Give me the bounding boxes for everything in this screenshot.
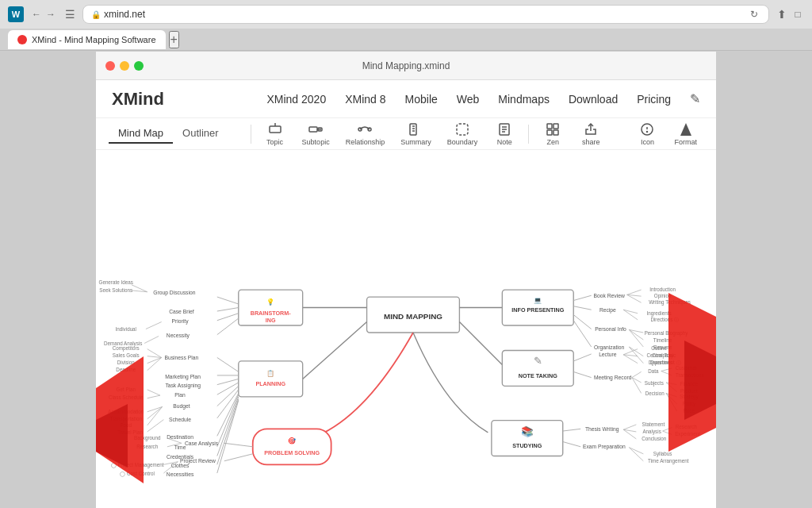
svg-rect-16 (547, 124, 552, 129)
back-button[interactable]: ← (30, 8, 43, 21)
close-button[interactable] (105, 61, 115, 71)
svg-text:Necessity: Necessity (167, 333, 190, 339)
app-logo: XMind (112, 89, 164, 110)
svg-text:Introduction: Introduction (649, 287, 676, 292)
toolbar-summary[interactable]: Summary (394, 121, 438, 148)
toolbar-icon[interactable]: Icon (630, 121, 665, 148)
toolbar-relationship[interactable]: Relationship (339, 121, 392, 148)
svg-text:Project Review: Project Review (180, 458, 216, 464)
svg-line-198 (629, 448, 643, 461)
svg-text:Ingredients: Ingredients (647, 310, 672, 317)
svg-text:Organization: Organization (594, 344, 624, 351)
svg-line-145 (459, 322, 502, 365)
svg-line-72 (147, 390, 160, 395)
svg-line-159 (632, 371, 642, 377)
svg-text:Subjects: Subjects (645, 380, 664, 387)
nav-xmind2020[interactable]: XMind 2020 (266, 93, 326, 106)
toolbar-topic[interactable]: Topic (258, 121, 293, 148)
tab-mindmap[interactable]: Mind Map (109, 124, 173, 144)
svg-text:Data: Data (648, 368, 659, 374)
svg-line-86 (147, 420, 164, 432)
svg-text:Personal Info: Personal Info (595, 326, 626, 332)
browser-tab[interactable]: XMind - Mind Mapping Software (8, 30, 166, 49)
tab-favicon (17, 35, 27, 44)
svg-text:Destination: Destination (167, 434, 193, 440)
svg-line-96 (217, 400, 239, 473)
svg-line-88 (217, 393, 239, 436)
svg-text:Recipe: Recipe (599, 307, 616, 314)
svg-line-46 (146, 322, 162, 329)
svg-line-101 (224, 443, 253, 446)
toolbar-share[interactable]: share (573, 121, 608, 148)
tab-outliner[interactable]: Outliner (173, 124, 228, 144)
svg-text:INFO PRESENTING: INFO PRESENTING (511, 306, 564, 314)
toolbar-separator-1 (251, 125, 251, 144)
toolbar-boundary[interactable]: Boundary (441, 121, 485, 148)
svg-line-74 (147, 395, 160, 398)
svg-rect-2 (309, 127, 317, 132)
svg-text:Exam Preparation: Exam Preparation (583, 444, 626, 451)
svg-text:ING: ING (266, 317, 276, 324)
nav-pricing[interactable]: Pricing (637, 93, 671, 106)
toolbar-format[interactable]: Format (668, 121, 703, 148)
user-icon[interactable]: ✎ (690, 91, 700, 106)
svg-text:Case Brief: Case Brief (169, 309, 194, 314)
minimize-button[interactable] (120, 61, 129, 71)
svg-text:💻: 💻 (534, 296, 542, 305)
svg-line-44 (217, 314, 239, 321)
svg-text:📋: 📋 (266, 369, 275, 378)
svg-text:Outline: Outline (651, 345, 667, 351)
new-window-button[interactable]: □ (791, 8, 804, 21)
svg-line-117 (573, 295, 591, 300)
svg-text:MIND MAPPING: MIND MAPPING (384, 312, 442, 321)
share-button[interactable]: ⬆ (776, 8, 788, 21)
svg-line-36 (217, 297, 239, 304)
mindmap-canvas[interactable]: MIND MAPPING 💡 BRAINSTORM- ING Group Dis… (96, 150, 716, 508)
svg-point-23 (647, 131, 648, 132)
svg-text:Group Discussion: Group Discussion (153, 290, 195, 296)
svg-text:Lecture: Lecture (599, 352, 617, 357)
toolbar-note[interactable]: Note (487, 121, 522, 148)
maximize-button[interactable] (134, 61, 144, 71)
svg-text:Competitors: Competitors (113, 345, 140, 352)
window-title: Mind Mapping.xmind (362, 60, 450, 71)
sidebar-toggle[interactable]: ☰ (63, 8, 76, 21)
nav-mobile[interactable]: Mobile (405, 93, 438, 106)
svg-line-52 (303, 322, 367, 379)
svg-text:Priority: Priority (172, 318, 190, 325)
reload-button[interactable]: ↻ (748, 8, 760, 21)
svg-text:Decision: Decision (645, 391, 665, 396)
svg-rect-17 (553, 124, 558, 129)
svg-text:Plan: Plan (174, 392, 186, 398)
svg-rect-7 (410, 124, 416, 135)
svg-text:Marketing Plan: Marketing Plan (165, 374, 201, 380)
svg-text:Statement: Statement (642, 421, 665, 427)
nav-download[interactable]: Download (569, 93, 618, 106)
nav-mindmaps[interactable]: Mindmaps (498, 93, 550, 106)
svg-line-149 (573, 354, 591, 361)
svg-text:Task Assigning: Task Assigning (165, 383, 201, 389)
svg-line-184 (623, 425, 636, 429)
svg-rect-19 (553, 130, 558, 135)
toolbar-subtopic[interactable]: Subtopic (296, 121, 336, 148)
svg-line-50 (144, 336, 159, 343)
toolbar-zen[interactable]: Zen (535, 121, 570, 148)
svg-text:Meeting Record: Meeting Record (594, 375, 632, 381)
svg-text:📚: 📚 (521, 425, 534, 438)
svg-text:Budget: Budget (173, 403, 190, 410)
svg-text:PLANNING: PLANNING (255, 380, 285, 387)
forward-button[interactable]: → (44, 8, 57, 21)
nav-xmind8[interactable]: XMind 8 (345, 93, 385, 106)
wp-icon[interactable]: W (8, 6, 24, 22)
svg-line-80 (147, 406, 163, 418)
svg-rect-0 (270, 126, 281, 133)
nav-web[interactable]: Web (457, 93, 480, 106)
svg-line-90 (217, 394, 239, 447)
svg-line-194 (563, 442, 580, 447)
svg-line-92 (217, 397, 239, 456)
svg-text:Book Review: Book Review (594, 293, 625, 298)
svg-text:Seek Solutions: Seek Solutions (99, 287, 132, 293)
new-tab-button[interactable]: + (169, 31, 179, 48)
svg-line-196 (629, 448, 643, 454)
svg-marker-24 (680, 123, 691, 136)
